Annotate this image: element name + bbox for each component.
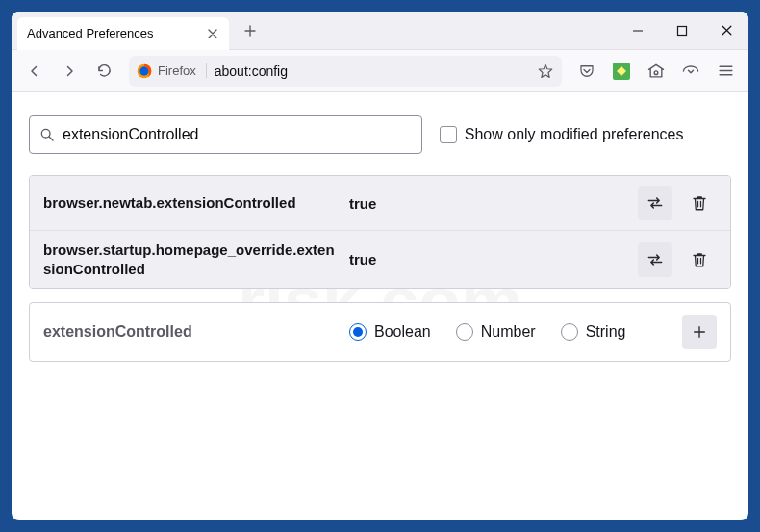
- preference-value: true: [349, 195, 628, 212]
- preference-name: browser.startup.homepage_override.extens…: [43, 241, 340, 278]
- titlebar: Advanced Preferences: [12, 12, 748, 50]
- forward-button[interactable]: [54, 56, 85, 87]
- extension-icon: [613, 63, 630, 80]
- checkbox-icon[interactable]: [440, 126, 457, 143]
- toggle-button[interactable]: [638, 186, 672, 220]
- svg-point-3: [654, 70, 658, 74]
- minimize-button[interactable]: [616, 12, 660, 50]
- trash-icon: [691, 251, 708, 268]
- navigation-toolbar: Firefox about:config: [12, 50, 748, 92]
- app-menu-button[interactable]: [710, 56, 741, 87]
- checkbox-label: Show only modified preferences: [465, 126, 684, 143]
- preference-list: browser.newtab.extensionControlled true …: [29, 175, 731, 289]
- radio-boolean[interactable]: Boolean: [349, 323, 431, 341]
- delete-button[interactable]: [682, 186, 717, 220]
- delete-button[interactable]: [682, 242, 717, 277]
- preference-name: browser.newtab.extensionControlled: [43, 193, 340, 213]
- maximize-button[interactable]: [660, 12, 704, 50]
- radio-string[interactable]: String: [561, 323, 626, 341]
- close-window-button[interactable]: [704, 12, 748, 50]
- trash-icon: [691, 194, 708, 212]
- identity-label: Firefox: [158, 63, 207, 78]
- pocket-button[interactable]: [571, 56, 602, 87]
- search-box[interactable]: [29, 115, 422, 154]
- reload-button[interactable]: [89, 56, 119, 87]
- preference-row[interactable]: browser.newtab.extensionControlled true: [30, 176, 730, 230]
- type-options: Boolean Number String: [349, 323, 672, 341]
- close-tab-button[interactable]: [206, 27, 219, 40]
- url-text: about:config: [215, 63, 529, 79]
- window-controls: [616, 12, 748, 50]
- search-icon: [39, 127, 55, 142]
- toggle-button[interactable]: [638, 242, 672, 277]
- add-button[interactable]: [682, 315, 717, 349]
- site-identity[interactable]: Firefox: [137, 63, 207, 79]
- radio-label: String: [586, 323, 626, 341]
- url-bar[interactable]: Firefox about:config: [129, 56, 562, 87]
- account-button[interactable]: [641, 56, 671, 87]
- svg-rect-0: [678, 26, 687, 35]
- about-config-content: Show only modified preferences browser.n…: [12, 92, 748, 520]
- browser-tab[interactable]: Advanced Preferences: [17, 17, 229, 50]
- toggle-icon: [646, 193, 665, 213]
- radio-number[interactable]: Number: [456, 323, 536, 341]
- radio-label: Boolean: [374, 323, 431, 341]
- extension-button[interactable]: [606, 56, 637, 87]
- radio-icon: [456, 323, 473, 341]
- preference-value: true: [349, 251, 628, 267]
- toggle-icon: [646, 250, 665, 269]
- firefox-logo-icon: [137, 63, 152, 79]
- show-modified-checkbox[interactable]: Show only modified preferences: [440, 126, 684, 143]
- search-row: Show only modified preferences: [29, 115, 731, 154]
- new-tab-button[interactable]: [237, 17, 264, 44]
- new-preference-row: extensionControlled Boolean Number Strin…: [29, 302, 731, 362]
- radio-icon: [561, 323, 578, 341]
- tab-title: Advanced Preferences: [27, 26, 198, 40]
- radio-label: Number: [481, 323, 536, 341]
- radio-icon: [349, 323, 367, 341]
- overflow-button[interactable]: [675, 56, 706, 87]
- new-preference-name: extensionControlled: [43, 323, 340, 341]
- search-input[interactable]: [63, 126, 412, 143]
- plus-icon: [692, 324, 707, 340]
- bookmark-star-button[interactable]: [537, 63, 554, 80]
- preference-row[interactable]: browser.startup.homepage_override.extens…: [30, 230, 730, 288]
- back-button[interactable]: [19, 56, 50, 87]
